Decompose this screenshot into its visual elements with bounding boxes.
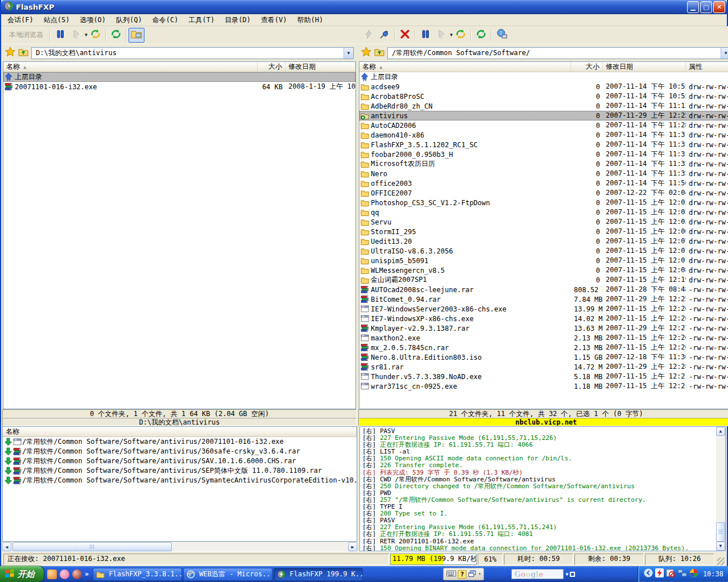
file-row[interactable]: antivirus02007-11-29 上午 12:25drw-rw-rw- xyxy=(359,111,728,120)
browser-mode-toggle[interactable] xyxy=(129,28,144,43)
file-row[interactable]: Thunder.v5.7.3.389.NoAD.exe5.18 MB2007-1… xyxy=(359,372,728,381)
messenger-quicklaunch-icon[interactable] xyxy=(60,569,69,579)
thunder-quicklaunch-icon[interactable] xyxy=(47,569,57,579)
go-queue-button[interactable]: GO xyxy=(433,28,449,43)
file-row[interactable]: unispim5_b509102007-11-15 上午 12:07drw-rw… xyxy=(359,256,728,265)
pause-queue-button[interactable] xyxy=(52,28,68,43)
file-row[interactable]: daemon410-x8602007-11-14 下午 11:31drw-rw-… xyxy=(359,130,728,140)
scroll-down-button[interactable]: ▼ xyxy=(716,542,725,551)
queue-item[interactable]: /常用软件/Common Software/Software/antivirus… xyxy=(3,437,357,447)
file-row[interactable]: IE7-WindowsXP-x86-chs.exe14.02 MB2007-11… xyxy=(359,314,728,323)
column-header-0[interactable]: 名称▲ xyxy=(3,62,258,72)
transfer-button[interactable] xyxy=(88,28,104,43)
blocked-tray-icon[interactable] xyxy=(666,568,675,580)
scroll-thumb[interactable] xyxy=(13,542,172,551)
disconnect-button[interactable] xyxy=(397,28,413,43)
connect-button[interactable] xyxy=(377,28,392,43)
search-dropdown-icon[interactable]: ▼ xyxy=(565,572,568,577)
resize-grip[interactable] xyxy=(717,558,725,565)
scroll-up-button[interactable]: ▲ xyxy=(716,427,725,436)
queue-column-header[interactable]: 名称 xyxy=(3,427,357,436)
favorites-icon[interactable] xyxy=(5,47,15,59)
log-vertical-scrollbar[interactable]: ▲ ▼ xyxy=(716,427,725,551)
go-queue-button[interactable]: GO xyxy=(68,28,84,43)
local-browser-button[interactable]: 本地浏览器 xyxy=(5,30,48,40)
close-button[interactable]: ✕ xyxy=(713,1,725,13)
file-row[interactable]: AdbeRdr80_zh_CN02007-11-14 下午 11:12drw-r… xyxy=(359,101,728,111)
help-icon[interactable]: ? xyxy=(458,570,466,579)
taskbar-task-2[interactable]: FlashFXP 199.9 K... xyxy=(274,568,363,581)
column-header-1[interactable]: 大小 xyxy=(258,62,286,72)
browser-quicklaunch-icon[interactable] xyxy=(72,569,82,579)
menu-item-1[interactable]: 站点(S) xyxy=(39,14,75,26)
thunder-tray-icon[interactable] xyxy=(655,568,664,580)
menu-item-0[interactable]: 会话(F) xyxy=(2,14,39,26)
file-row[interactable]: Acrobat8ProSC02007-11-14 下午 10:55drw-rw-… xyxy=(359,92,728,101)
file-row[interactable]: Kmplayer-v2.9.3.1387.rar13.63 MB2007-11-… xyxy=(359,323,728,333)
file-row[interactable]: sr81.rar14.72 MB2007-11-29 上午 12:28-rw-r… xyxy=(359,362,728,372)
file-row[interactable]: Photoshop_CS3_SC_V1.2-FtpDown02007-11-15… xyxy=(359,198,728,207)
file-row[interactable]: foobar2000_0.950b3_H02007-11-14 下午 11:31… xyxy=(359,149,728,159)
file-row[interactable]: Uedit13.2002007-11-15 上午 12:07drw-rw-rw- xyxy=(359,236,728,246)
start-button[interactable]: 开始 xyxy=(0,566,44,582)
up-directory-icon[interactable] xyxy=(374,47,384,59)
file-row[interactable]: OFFICE200702007-12-22 下午 02:04drw-rw-rw- xyxy=(359,188,728,198)
path-dropdown-button[interactable]: ▼ xyxy=(344,48,353,59)
refresh-button[interactable] xyxy=(108,28,124,43)
file-row[interactable]: qq02007-11-15 上午 12:03drw-rw-rw- xyxy=(359,207,728,217)
langbar-options-icon[interactable]: ▾ xyxy=(478,572,481,576)
file-row[interactable]: Servu02007-11-15 上午 12:03drw-rw-rw- xyxy=(359,217,728,227)
refresh-button[interactable] xyxy=(473,28,489,43)
file-row[interactable]: office200302007-11-14 下午 11:56drw-rw-rw- xyxy=(359,178,728,188)
taskbar-task-1[interactable]: eWEB迅雷 - Micros... xyxy=(183,568,272,581)
restore-toolbar-icon[interactable] xyxy=(468,569,477,580)
column-header-2[interactable]: 修改日期 xyxy=(603,62,686,72)
queue-item[interactable]: /常用软件/Common Software/Software/antivirus… xyxy=(3,447,357,456)
file-row[interactable]: wrar371sc_cn-0925.exe1.18 MB2007-11-15 上… xyxy=(359,381,728,391)
file-row[interactable]: FlashFXP_3.5.1.1202_RC1_SC02007-11-14 下午… xyxy=(359,140,728,149)
file-row[interactable]: Nero.8.Ultra.Edition803.iso1.15 GB2007-1… xyxy=(359,352,728,362)
file-row[interactable]: Nero02007-11-14 下午 11:33drw-rw-rw- xyxy=(359,169,728,178)
file-row[interactable]: WLMessengercn_v8.502007-11-15 上午 12:08dr… xyxy=(359,265,728,275)
file-row[interactable]: mx_2.0.5.7845cn.rar2.13 MB2007-11-15 上午 … xyxy=(359,343,728,352)
file-row[interactable]: AutoCAD200602007-11-14 下午 11:28drw-rw-rw… xyxy=(359,120,728,130)
menu-item-7[interactable]: 查看(V) xyxy=(256,14,292,26)
site-browser-toggle[interactable] xyxy=(494,28,510,43)
column-header-1[interactable]: 大小 xyxy=(571,62,603,72)
file-row[interactable]: 上层目录 xyxy=(359,72,728,82)
file-row[interactable]: acdsee902007-11-14 下午 10:55drw-rw-rw- xyxy=(359,82,728,92)
minimize-button[interactable]: ▁ xyxy=(687,1,699,13)
file-row[interactable]: BitComet_0.94.rar7.84 MB2007-11-29 上午 12… xyxy=(359,294,728,304)
quicklaunch-more-chevron[interactable]: » xyxy=(85,570,89,578)
favorites-icon[interactable] xyxy=(361,47,371,59)
scroll-thumb[interactable] xyxy=(716,522,725,542)
queue-item[interactable]: /常用软件/Common Software/Software/antivirus… xyxy=(3,466,357,476)
file-row[interactable]: IE7-WindowsServer2003-x86-chs.exe13.99 M… xyxy=(359,304,728,314)
hide-icons-chevron[interactable] xyxy=(644,568,653,580)
keyboard-icon[interactable] xyxy=(446,569,456,580)
column-header-2[interactable]: 修改日期 xyxy=(286,62,355,72)
file-row[interactable]: 20071101-016-i32.exe64 KB2008-1-19 上午 10… xyxy=(3,82,355,92)
language-bar[interactable]: ? ▾ xyxy=(443,568,484,580)
queue-item[interactable]: /常用软件/Common Software/Software/antivirus… xyxy=(3,476,357,485)
menu-item-8[interactable]: 帮助(H) xyxy=(292,14,329,26)
menu-item-3[interactable]: 队列(Q) xyxy=(111,14,147,26)
file-row[interactable]: 上层目录 xyxy=(3,72,355,82)
local-path-combobox[interactable]: D:\我的文档\antivirus ▼ xyxy=(31,47,354,59)
scroll-right-button[interactable]: ▶ xyxy=(348,542,357,551)
menu-item-6[interactable]: 目录(D) xyxy=(220,14,256,26)
scroll-left-button[interactable]: ◀ xyxy=(2,542,11,551)
search-stop-icon[interactable] xyxy=(570,572,575,577)
up-directory-icon[interactable] xyxy=(18,47,28,59)
file-row[interactable]: maxthon2.exe2.13 MB2007-11-15 上午 12:20-r… xyxy=(359,333,728,343)
abort-button[interactable] xyxy=(361,28,377,43)
file-row[interactable]: 金山词霸2007SP102007-11-15 上午 12:19drw-rw-rw… xyxy=(359,275,728,285)
transfer-button[interactable] xyxy=(453,28,469,43)
title-bar[interactable]: FlashFXP ▁ ▢ ✕ xyxy=(1,0,727,14)
maximize-button[interactable]: ▢ xyxy=(700,1,712,13)
menu-item-2[interactable]: 选项(O) xyxy=(75,14,111,26)
pause-queue-button[interactable] xyxy=(417,28,433,43)
file-row[interactable]: Microsoft农历日历02007-11-14 下午 11:32drw-rw-… xyxy=(359,159,728,169)
remote-path-combobox[interactable]: /常用软件/Common Software/Software/ ▼ xyxy=(387,47,728,59)
file-row[interactable]: UltraISO-v8.6.3.205602007-11-15 上午 12:07… xyxy=(359,246,728,256)
